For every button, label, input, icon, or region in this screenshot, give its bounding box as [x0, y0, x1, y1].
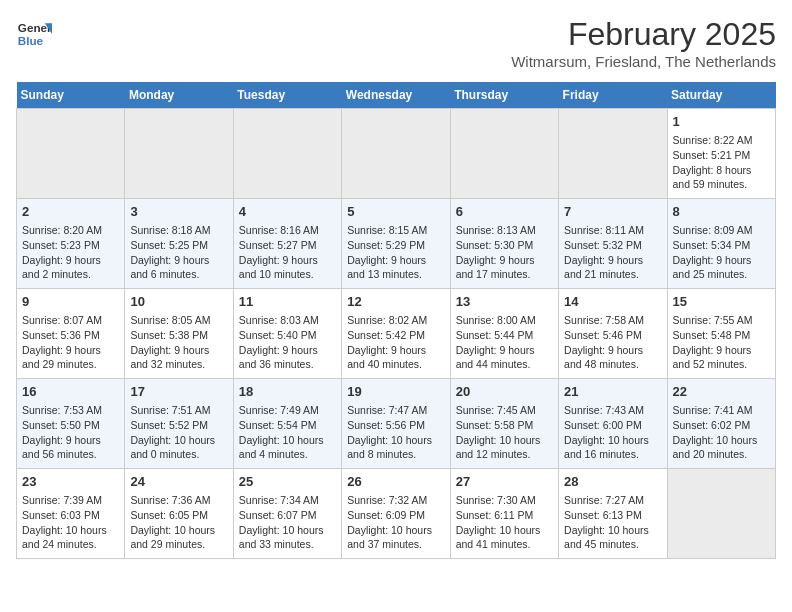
- day-info: Sunrise: 8:16 AM Sunset: 5:27 PM Dayligh…: [239, 223, 336, 282]
- day-info: Sunrise: 7:30 AM Sunset: 6:11 PM Dayligh…: [456, 493, 553, 552]
- weekday-header-row: SundayMondayTuesdayWednesdayThursdayFrid…: [17, 82, 776, 109]
- day-number: 27: [456, 473, 553, 491]
- calendar-cell: 14Sunrise: 7:58 AM Sunset: 5:46 PM Dayli…: [559, 289, 667, 379]
- calendar-cell: 11Sunrise: 8:03 AM Sunset: 5:40 PM Dayli…: [233, 289, 341, 379]
- day-info: Sunrise: 7:36 AM Sunset: 6:05 PM Dayligh…: [130, 493, 227, 552]
- day-number: 19: [347, 383, 444, 401]
- calendar-cell: [450, 109, 558, 199]
- day-info: Sunrise: 7:32 AM Sunset: 6:09 PM Dayligh…: [347, 493, 444, 552]
- day-info: Sunrise: 7:39 AM Sunset: 6:03 PM Dayligh…: [22, 493, 119, 552]
- weekday-header: Saturday: [667, 82, 775, 109]
- page-title: February 2025: [511, 16, 776, 53]
- calendar-cell: 3Sunrise: 8:18 AM Sunset: 5:25 PM Daylig…: [125, 199, 233, 289]
- calendar-week-row: 23Sunrise: 7:39 AM Sunset: 6:03 PM Dayli…: [17, 469, 776, 559]
- day-number: 12: [347, 293, 444, 311]
- weekday-header: Sunday: [17, 82, 125, 109]
- day-info: Sunrise: 7:27 AM Sunset: 6:13 PM Dayligh…: [564, 493, 661, 552]
- day-info: Sunrise: 7:47 AM Sunset: 5:56 PM Dayligh…: [347, 403, 444, 462]
- day-number: 15: [673, 293, 770, 311]
- calendar-cell: 20Sunrise: 7:45 AM Sunset: 5:58 PM Dayli…: [450, 379, 558, 469]
- calendar-cell: 19Sunrise: 7:47 AM Sunset: 5:56 PM Dayli…: [342, 379, 450, 469]
- day-number: 4: [239, 203, 336, 221]
- calendar-cell: 18Sunrise: 7:49 AM Sunset: 5:54 PM Dayli…: [233, 379, 341, 469]
- day-info: Sunrise: 8:18 AM Sunset: 5:25 PM Dayligh…: [130, 223, 227, 282]
- calendar-cell: 5Sunrise: 8:15 AM Sunset: 5:29 PM Daylig…: [342, 199, 450, 289]
- day-info: Sunrise: 8:05 AM Sunset: 5:38 PM Dayligh…: [130, 313, 227, 372]
- day-number: 18: [239, 383, 336, 401]
- day-info: Sunrise: 8:20 AM Sunset: 5:23 PM Dayligh…: [22, 223, 119, 282]
- calendar-table: SundayMondayTuesdayWednesdayThursdayFrid…: [16, 82, 776, 559]
- day-info: Sunrise: 8:09 AM Sunset: 5:34 PM Dayligh…: [673, 223, 770, 282]
- day-info: Sunrise: 7:49 AM Sunset: 5:54 PM Dayligh…: [239, 403, 336, 462]
- day-info: Sunrise: 7:41 AM Sunset: 6:02 PM Dayligh…: [673, 403, 770, 462]
- svg-text:General: General: [18, 21, 52, 34]
- calendar-cell: [342, 109, 450, 199]
- logo: General Blue: [16, 16, 52, 52]
- day-info: Sunrise: 8:15 AM Sunset: 5:29 PM Dayligh…: [347, 223, 444, 282]
- weekday-header: Monday: [125, 82, 233, 109]
- day-number: 28: [564, 473, 661, 491]
- page-subtitle: Witmarsum, Friesland, The Netherlands: [511, 53, 776, 70]
- weekday-header: Thursday: [450, 82, 558, 109]
- calendar-cell: 10Sunrise: 8:05 AM Sunset: 5:38 PM Dayli…: [125, 289, 233, 379]
- calendar-cell: 28Sunrise: 7:27 AM Sunset: 6:13 PM Dayli…: [559, 469, 667, 559]
- day-number: 8: [673, 203, 770, 221]
- calendar-cell: 9Sunrise: 8:07 AM Sunset: 5:36 PM Daylig…: [17, 289, 125, 379]
- day-info: Sunrise: 7:45 AM Sunset: 5:58 PM Dayligh…: [456, 403, 553, 462]
- calendar-week-row: 2Sunrise: 8:20 AM Sunset: 5:23 PM Daylig…: [17, 199, 776, 289]
- weekday-header: Friday: [559, 82, 667, 109]
- calendar-cell: 27Sunrise: 7:30 AM Sunset: 6:11 PM Dayli…: [450, 469, 558, 559]
- day-info: Sunrise: 8:11 AM Sunset: 5:32 PM Dayligh…: [564, 223, 661, 282]
- day-number: 13: [456, 293, 553, 311]
- calendar-cell: 1Sunrise: 8:22 AM Sunset: 5:21 PM Daylig…: [667, 109, 775, 199]
- calendar-cell: 22Sunrise: 7:41 AM Sunset: 6:02 PM Dayli…: [667, 379, 775, 469]
- day-info: Sunrise: 7:53 AM Sunset: 5:50 PM Dayligh…: [22, 403, 119, 462]
- calendar-cell: 23Sunrise: 7:39 AM Sunset: 6:03 PM Dayli…: [17, 469, 125, 559]
- calendar-cell: 17Sunrise: 7:51 AM Sunset: 5:52 PM Dayli…: [125, 379, 233, 469]
- day-number: 2: [22, 203, 119, 221]
- day-number: 5: [347, 203, 444, 221]
- day-number: 17: [130, 383, 227, 401]
- calendar-cell: 26Sunrise: 7:32 AM Sunset: 6:09 PM Dayli…: [342, 469, 450, 559]
- weekday-header: Tuesday: [233, 82, 341, 109]
- day-number: 26: [347, 473, 444, 491]
- day-number: 3: [130, 203, 227, 221]
- day-info: Sunrise: 8:03 AM Sunset: 5:40 PM Dayligh…: [239, 313, 336, 372]
- day-info: Sunrise: 7:43 AM Sunset: 6:00 PM Dayligh…: [564, 403, 661, 462]
- day-info: Sunrise: 7:58 AM Sunset: 5:46 PM Dayligh…: [564, 313, 661, 372]
- day-number: 7: [564, 203, 661, 221]
- calendar-cell: [667, 469, 775, 559]
- calendar-week-row: 16Sunrise: 7:53 AM Sunset: 5:50 PM Dayli…: [17, 379, 776, 469]
- calendar-cell: 8Sunrise: 8:09 AM Sunset: 5:34 PM Daylig…: [667, 199, 775, 289]
- calendar-cell: [17, 109, 125, 199]
- day-number: 21: [564, 383, 661, 401]
- calendar-cell: 24Sunrise: 7:36 AM Sunset: 6:05 PM Dayli…: [125, 469, 233, 559]
- calendar-cell: [125, 109, 233, 199]
- calendar-cell: [233, 109, 341, 199]
- calendar-cell: 2Sunrise: 8:20 AM Sunset: 5:23 PM Daylig…: [17, 199, 125, 289]
- calendar-cell: 6Sunrise: 8:13 AM Sunset: 5:30 PM Daylig…: [450, 199, 558, 289]
- calendar-cell: 13Sunrise: 8:00 AM Sunset: 5:44 PM Dayli…: [450, 289, 558, 379]
- day-number: 16: [22, 383, 119, 401]
- logo-icon: General Blue: [16, 16, 52, 52]
- calendar-cell: 15Sunrise: 7:55 AM Sunset: 5:48 PM Dayli…: [667, 289, 775, 379]
- day-info: Sunrise: 8:07 AM Sunset: 5:36 PM Dayligh…: [22, 313, 119, 372]
- day-info: Sunrise: 7:55 AM Sunset: 5:48 PM Dayligh…: [673, 313, 770, 372]
- day-number: 25: [239, 473, 336, 491]
- day-info: Sunrise: 8:22 AM Sunset: 5:21 PM Dayligh…: [673, 133, 770, 192]
- day-info: Sunrise: 7:34 AM Sunset: 6:07 PM Dayligh…: [239, 493, 336, 552]
- calendar-cell: 7Sunrise: 8:11 AM Sunset: 5:32 PM Daylig…: [559, 199, 667, 289]
- day-number: 9: [22, 293, 119, 311]
- day-info: Sunrise: 7:51 AM Sunset: 5:52 PM Dayligh…: [130, 403, 227, 462]
- day-number: 24: [130, 473, 227, 491]
- calendar-week-row: 9Sunrise: 8:07 AM Sunset: 5:36 PM Daylig…: [17, 289, 776, 379]
- day-info: Sunrise: 8:00 AM Sunset: 5:44 PM Dayligh…: [456, 313, 553, 372]
- day-number: 23: [22, 473, 119, 491]
- calendar-cell: 16Sunrise: 7:53 AM Sunset: 5:50 PM Dayli…: [17, 379, 125, 469]
- calendar-cell: 12Sunrise: 8:02 AM Sunset: 5:42 PM Dayli…: [342, 289, 450, 379]
- svg-text:Blue: Blue: [18, 34, 44, 47]
- weekday-header: Wednesday: [342, 82, 450, 109]
- calendar-cell: [559, 109, 667, 199]
- day-number: 20: [456, 383, 553, 401]
- day-number: 22: [673, 383, 770, 401]
